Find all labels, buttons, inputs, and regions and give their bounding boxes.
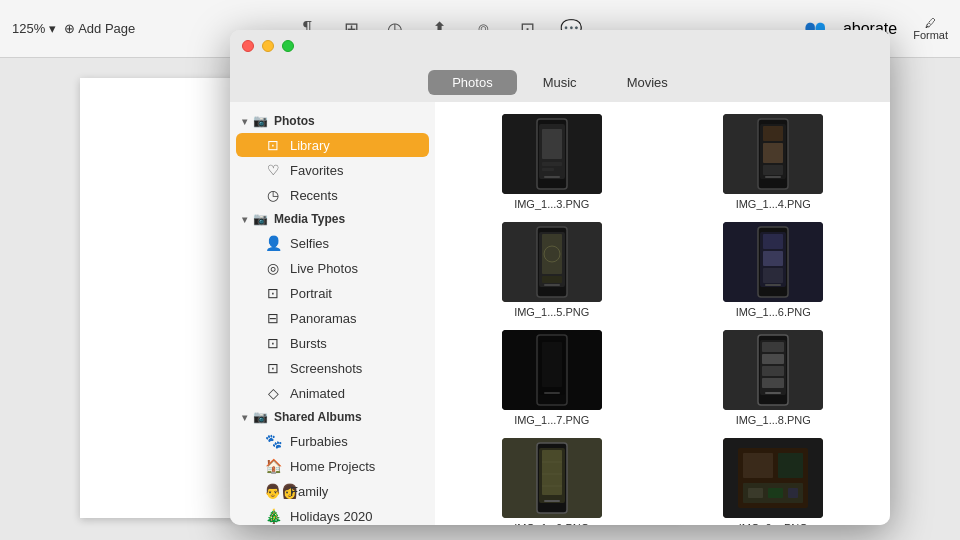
- picker-sidebar: ▾ 📷 Photos ⊡ Library ♡ Favorites ◷ Recen…: [230, 102, 435, 525]
- sidebar-item-library[interactable]: ⊡ Library: [236, 133, 429, 157]
- svg-rect-25: [763, 234, 783, 249]
- close-button[interactable]: [242, 40, 254, 52]
- svg-rect-37: [762, 342, 784, 352]
- add-page-label: Add Page: [78, 21, 135, 36]
- sidebar-item-favorites[interactable]: ♡ Favorites: [236, 158, 429, 182]
- sidebar-item-holidays-2020[interactable]: 🎄 Holidays 2020: [236, 504, 429, 525]
- screenshots-icon: ⊡: [264, 360, 282, 376]
- favorites-icon: ♡: [264, 162, 282, 178]
- bursts-label: Bursts: [290, 336, 327, 351]
- svg-rect-52: [778, 453, 803, 478]
- library-label: Library: [290, 138, 330, 153]
- photo-label-6: IMG_1...8.PNG: [736, 414, 811, 426]
- shared-albums-folder-icon: 📷: [253, 410, 268, 424]
- sidebar-item-screenshots[interactable]: ⊡ Screenshots: [236, 356, 429, 380]
- minimize-button[interactable]: [262, 40, 274, 52]
- tab-music[interactable]: Music: [519, 70, 601, 95]
- svg-rect-24: [765, 284, 781, 286]
- tab-photos[interactable]: Photos: [428, 70, 516, 95]
- recents-icon: ◷: [264, 187, 282, 203]
- sidebar-item-home-projects[interactable]: 🏠 Home Projects: [236, 454, 429, 478]
- photo-thumb-1: [502, 114, 602, 194]
- home-projects-label: Home Projects: [290, 459, 375, 474]
- section-media-types[interactable]: ▾ 📷 Media Types: [230, 208, 435, 230]
- chevron-photos: ▾: [242, 116, 247, 127]
- sidebar-item-furbabies[interactable]: 🐾 Furbabies: [236, 429, 429, 453]
- svg-rect-39: [762, 366, 784, 376]
- photo-thumb-6: [723, 330, 823, 410]
- add-page-button[interactable]: ⊕ Add Page: [64, 21, 135, 36]
- screenshots-label: Screenshots: [290, 361, 362, 376]
- photo-thumb-3: [502, 222, 602, 302]
- toolbar-left: 125% ▾ ⊕ Add Page: [12, 21, 135, 36]
- animated-icon: ◇: [264, 385, 282, 401]
- photo-item[interactable]: IMG_1...5.PNG: [447, 222, 657, 318]
- furbabies-label: Furbabies: [290, 434, 348, 449]
- section-shared-albums[interactable]: ▾ 📷 Shared Albums: [230, 406, 435, 428]
- photo-label-3: IMG_1...5.PNG: [514, 306, 589, 318]
- picker-body: ▾ 📷 Photos ⊡ Library ♡ Favorites ◷ Recen…: [230, 102, 890, 525]
- photo-label-7: IMG_1...9.PNG: [514, 522, 589, 525]
- sidebar-item-bursts[interactable]: ⊡ Bursts: [236, 331, 429, 355]
- photo-thumb-4: [723, 222, 823, 302]
- panoramas-label: Panoramas: [290, 311, 356, 326]
- svg-rect-17: [544, 284, 560, 286]
- chevron-media-types: ▾: [242, 214, 247, 225]
- picker-titlebar: [230, 30, 890, 62]
- photo-thumb-2: [723, 114, 823, 194]
- live-photos-label: Live Photos: [290, 261, 358, 276]
- photo-label-2: IMG_1...4.PNG: [736, 198, 811, 210]
- photo-item[interactable]: IMG_1...4.PNG: [669, 114, 879, 210]
- animated-label: Animated: [290, 386, 345, 401]
- maximize-button[interactable]: [282, 40, 294, 52]
- format-section[interactable]: 🖊 Format: [913, 17, 948, 41]
- photo-thumb-8: [723, 438, 823, 518]
- chevron-shared-albums: ▾: [242, 412, 247, 423]
- section-photos[interactable]: ▾ 📷 Photos: [230, 110, 435, 132]
- photo-item[interactable]: IMG_1...3.PNG: [447, 114, 657, 210]
- folder-icon: 📷: [253, 114, 268, 128]
- zoom-indicator[interactable]: 125% ▾: [12, 21, 56, 36]
- svg-rect-56: [788, 488, 798, 498]
- svg-rect-40: [762, 378, 784, 388]
- library-icon: ⊡: [264, 137, 282, 153]
- panoramas-icon: ⊟: [264, 310, 282, 326]
- format-label: Format: [913, 29, 948, 41]
- photo-item[interactable]: IMG_1...8.PNG: [669, 330, 879, 426]
- photo-item[interactable]: IMG_1...7.PNG: [447, 330, 657, 426]
- photo-item[interactable]: IMG_1...9.PNG: [447, 438, 657, 525]
- sidebar-item-panoramas[interactable]: ⊟ Panoramas: [236, 306, 429, 330]
- svg-rect-32: [542, 342, 562, 387]
- holidays-label: Holidays 2020: [290, 509, 372, 524]
- family-label: Family: [290, 484, 328, 499]
- holidays-icon: 🎄: [264, 508, 282, 524]
- sidebar-item-recents[interactable]: ◷ Recents: [236, 183, 429, 207]
- photo-grid: IMG_1...3.PNG IMG_: [447, 114, 878, 525]
- svg-rect-38: [762, 354, 784, 364]
- sidebar-item-portrait[interactable]: ⊡ Portrait: [236, 281, 429, 305]
- svg-rect-45: [542, 450, 562, 495]
- sidebar-item-family[interactable]: 👨‍👩 Family: [236, 479, 429, 503]
- svg-rect-5: [542, 162, 562, 166]
- portrait-label: Portrait: [290, 286, 332, 301]
- photo-label-8: IMG_0....PNG: [739, 522, 808, 525]
- svg-rect-13: [763, 165, 783, 175]
- svg-rect-26: [763, 251, 783, 266]
- bursts-icon: ⊡: [264, 335, 282, 351]
- zoom-chevron: ▾: [49, 21, 56, 36]
- furbabies-icon: 🐾: [264, 433, 282, 449]
- photo-item[interactable]: IMG_1...6.PNG: [669, 222, 879, 318]
- svg-rect-10: [765, 176, 781, 178]
- svg-rect-27: [763, 268, 783, 283]
- sidebar-item-animated[interactable]: ◇ Animated: [236, 381, 429, 405]
- sidebar-item-live-photos[interactable]: ◎ Live Photos: [236, 256, 429, 280]
- section-shared-albums-label: Shared Albums: [274, 410, 362, 424]
- svg-rect-11: [763, 126, 783, 141]
- photo-thumb-7: [502, 438, 602, 518]
- photo-label-1: IMG_1...3.PNG: [514, 198, 589, 210]
- photo-item[interactable]: IMG_0....PNG: [669, 438, 879, 525]
- sidebar-item-selfies[interactable]: 👤 Selfies: [236, 231, 429, 255]
- recents-label: Recents: [290, 188, 338, 203]
- selfies-icon: 👤: [264, 235, 282, 251]
- tab-movies[interactable]: Movies: [603, 70, 692, 95]
